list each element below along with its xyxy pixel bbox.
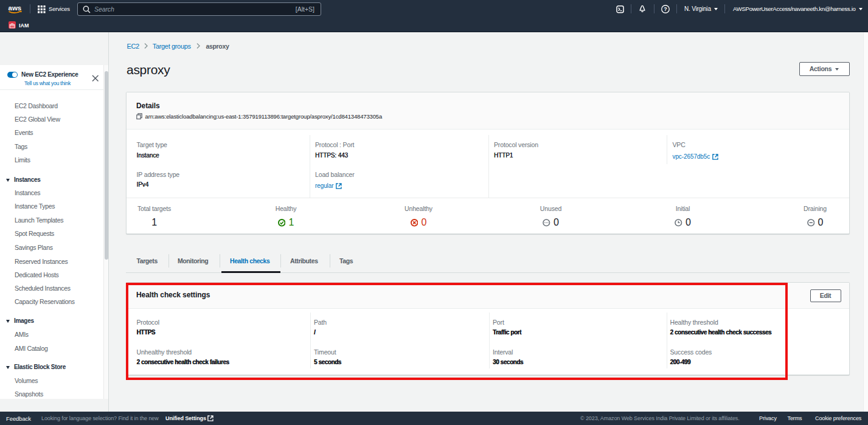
svg-text:?: ? (664, 6, 667, 12)
svg-text:aws: aws (9, 4, 22, 12)
